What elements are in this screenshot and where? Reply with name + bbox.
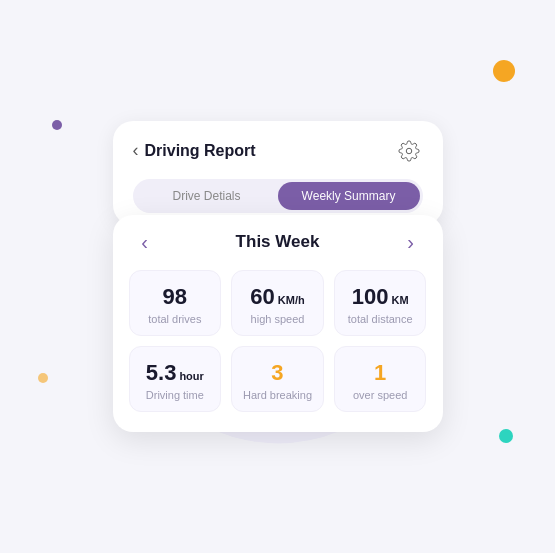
settings-button[interactable]	[395, 137, 423, 165]
dot-orange-bottom	[38, 373, 48, 383]
stat-hard-breaking: 3 Hard breaking	[231, 346, 324, 412]
dot-purple	[52, 120, 62, 130]
over-speed-value: 1	[374, 361, 386, 385]
back-button[interactable]: ‹ Driving Report	[133, 140, 256, 161]
hard-breaking-value: 3	[271, 361, 283, 385]
hard-breaking-label: Hard breaking	[243, 389, 312, 401]
driving-time-label: Driving time	[146, 389, 204, 401]
back-chevron-icon: ‹	[133, 140, 139, 161]
week-label: This Week	[236, 232, 320, 252]
stats-grid: 98 total drives 60 KM/h high speed 100 K…	[129, 270, 427, 412]
high-speed-label: high speed	[251, 313, 305, 325]
total-distance-label: total distance	[348, 313, 413, 325]
driving-time-value: 5.3	[146, 361, 177, 385]
total-drives-label: total drives	[148, 313, 201, 325]
svg-point-0	[406, 148, 412, 154]
card-wrapper: ‹ Driving Report Drive Detials Weekly Su…	[113, 121, 443, 432]
high-speed-unit: KM/h	[278, 294, 305, 306]
stat-high-speed: 60 KM/h high speed	[231, 270, 324, 336]
high-speed-value: 60	[250, 285, 274, 309]
over-speed-label: over speed	[353, 389, 407, 401]
total-drives-value: 98	[163, 285, 187, 309]
stat-total-distance: 100 KM total distance	[334, 270, 427, 336]
tab-drive-details[interactable]: Drive Detials	[136, 182, 278, 210]
week-navigation: ‹ This Week ›	[129, 231, 427, 254]
total-distance-value: 100	[352, 285, 389, 309]
gear-icon	[398, 140, 420, 162]
stat-over-speed: 1 over speed	[334, 346, 427, 412]
phone-card: ‹ Driving Report Drive Detials Weekly Su…	[113, 121, 443, 225]
next-week-button[interactable]: ›	[399, 231, 423, 254]
driving-time-unit: hour	[179, 370, 203, 382]
dot-orange-top	[493, 60, 515, 82]
stat-total-drives: 98 total drives	[129, 270, 222, 336]
tab-weekly-summary[interactable]: Weekly Summary	[278, 182, 420, 210]
dot-teal	[499, 429, 513, 443]
total-distance-unit: KM	[391, 294, 408, 306]
stat-driving-time: 5.3 hour Driving time	[129, 346, 222, 412]
data-card: ‹ This Week › 98 total drives 60 KM/h hi…	[113, 215, 443, 432]
phone-header: ‹ Driving Report	[133, 137, 423, 165]
tab-bar: Drive Detials Weekly Summary	[133, 179, 423, 213]
page-title: Driving Report	[145, 142, 256, 160]
prev-week-button[interactable]: ‹	[133, 231, 157, 254]
